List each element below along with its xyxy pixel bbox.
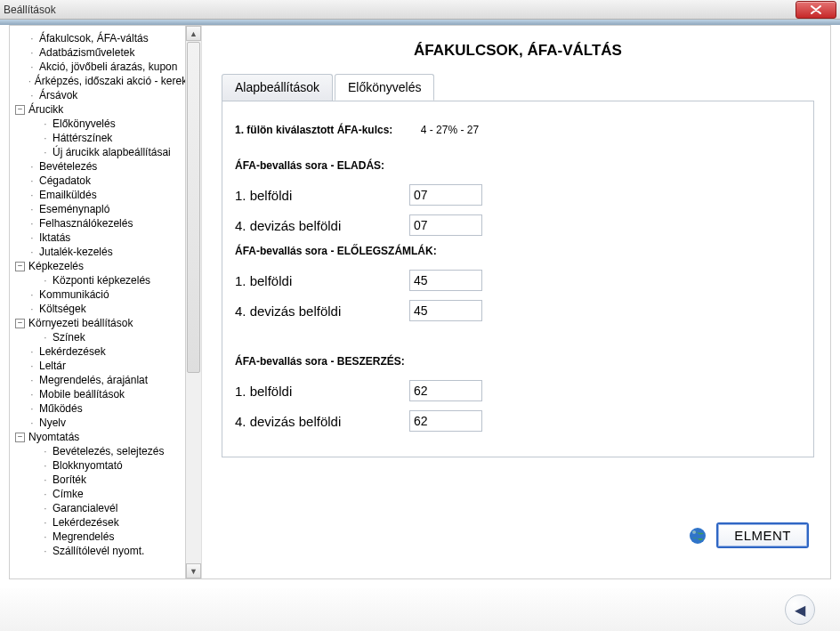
collapse-icon[interactable]: −	[15, 433, 25, 442]
tree-item[interactable]: −Képkezelés	[15, 259, 185, 273]
tree-bullet-icon: ·	[28, 176, 36, 186]
tree-item[interactable]: ·Előkönyvelés	[15, 117, 185, 131]
tree-item[interactable]: ·Bevételezés	[15, 159, 185, 174]
tree-item[interactable]: −Árucikk	[15, 102, 185, 117]
eloleg-devizas-label: 4. devizás belföldi	[235, 303, 409, 319]
tree-bullet-icon: ·	[28, 190, 36, 200]
tree-item[interactable]: −Nyomtatás	[15, 430, 185, 444]
eladas-row-belfoldi: 1. belföldi	[235, 184, 794, 206]
eladas-belfoldi-input[interactable]	[409, 184, 482, 206]
tree-item-label: Iktatás	[39, 231, 70, 244]
collapse-icon[interactable]: −	[15, 319, 25, 328]
tree-item[interactable]: ·Központi képkezelés	[15, 273, 185, 287]
eladas-row-devizas: 4. devizás belföldi	[235, 214, 794, 236]
tree-bullet-icon: ·	[28, 418, 36, 428]
tree-item[interactable]: ·Megrendelés, árajánlat	[15, 373, 185, 387]
tree-item[interactable]: ·Emailküldés	[15, 188, 185, 202]
tree-item[interactable]: ·Adatbázisműveletek	[15, 45, 185, 60]
tree-item[interactable]: ·Lekérdezések	[15, 344, 185, 359]
tree-item-label: Garancialevél	[52, 502, 117, 514]
settings-tree[interactable]: ·Áfakulcsok, ÁFA-váltás·Adatbázisművelet…	[15, 31, 185, 573]
tree-item-label: Akció, jövőbeli árazás, kupon	[39, 61, 177, 73]
tree-item[interactable]: ·Ársávok	[15, 88, 185, 102]
tree-item[interactable]: ·Iktatás	[15, 231, 185, 245]
tree-bullet-icon: ·	[28, 361, 36, 371]
tree-bullet-icon: ·	[42, 333, 49, 343]
tree-item[interactable]: ·Megrendelés	[15, 530, 185, 544]
tree-item-label: Működés	[39, 402, 83, 415]
tree-bullet-icon: ·	[28, 48, 36, 58]
tree-bullet-icon: ·	[28, 34, 36, 44]
beszerzes-devizas-input[interactable]	[409, 410, 482, 432]
tree-item-label: Központi képkezelés	[52, 274, 150, 287]
tree-bullet-icon: ·	[42, 119, 49, 129]
tree-item[interactable]: ·Kommunikáció	[15, 287, 185, 302]
tree-bullet-icon: ·	[28, 404, 36, 414]
tree-item[interactable]: ·Leltár	[15, 359, 185, 373]
eloleg-belfoldi-label: 1. belföldi	[235, 273, 409, 288]
tree-item[interactable]: ·Eseménynapló	[15, 202, 185, 216]
tree-bullet-icon: ·	[28, 247, 36, 257]
tab-basic[interactable]: Alapbeállítások	[222, 74, 333, 101]
page-title: ÁFAKULCSOK, ÁFA-VÁLTÁS	[222, 42, 814, 60]
tree-item[interactable]: ·Költségek	[15, 302, 185, 316]
tree-item[interactable]: ·Működés	[15, 401, 185, 416]
tree-item-label: Szállítólevél nyomt.	[52, 545, 144, 557]
eloleg-devizas-input[interactable]	[409, 300, 482, 321]
tree-item[interactable]: ·Címke	[15, 487, 185, 501]
eladas-devizas-input[interactable]	[409, 214, 482, 236]
tree-bullet-icon: ·	[28, 390, 36, 400]
tree-bullet-icon: ·	[28, 62, 36, 72]
tree-item[interactable]: ·Szállítólevél nyomt.	[15, 544, 185, 558]
tree-item[interactable]: ·Új árucikk alapbeállításai	[15, 145, 185, 159]
tree-item[interactable]: ·Garancialevél	[15, 501, 185, 515]
window-title: Beállítások	[4, 4, 56, 16]
tree-item[interactable]: ·Áfakulcsok, ÁFA-váltás	[15, 31, 185, 45]
section-eloleg-title: ÁFA-bevallás sora - ELŐLEGSZÁMLÁK:	[235, 245, 794, 257]
tree-item-label: Megrendelés	[52, 530, 114, 543]
tree-item-label: Bevételezés, selejtezés	[52, 445, 164, 457]
scroll-down-button[interactable]: ▼	[186, 563, 201, 578]
tree-item[interactable]: ·Bevételezés, selejtezés	[15, 444, 185, 458]
scroll-thumb[interactable]	[187, 42, 200, 373]
tree-item[interactable]: ·Színek	[15, 330, 185, 344]
tree-item-label: Háttérszínek	[52, 132, 112, 144]
tree-item[interactable]: ·Jutalék-kezelés	[15, 245, 185, 259]
beszerzes-belfoldi-label: 1. belföldi	[235, 384, 409, 399]
tree-item[interactable]: ·Blokknyomtató	[15, 458, 185, 473]
save-button[interactable]: ELMENT	[716, 522, 809, 548]
tree-item-label: Eseménynapló	[39, 203, 109, 215]
tree-item[interactable]: ·Nyelv	[15, 416, 185, 430]
tree-item[interactable]: ·Háttérszínek	[15, 131, 185, 145]
scroll-up-button[interactable]: ▲	[186, 26, 201, 41]
close-button[interactable]	[796, 1, 836, 19]
tab-preaccounting[interactable]: Előkönyvelés	[335, 74, 435, 101]
tree-bullet-icon: ·	[42, 133, 49, 143]
tree-scrollbar[interactable]: ▲ ▼	[185, 26, 201, 578]
section-eladas-title: ÁFA-bevallás sora - ELADÁS:	[235, 159, 794, 172]
tree-item-label: Lekérdezések	[39, 345, 106, 358]
tree-item[interactable]: ·Boríték	[15, 473, 185, 487]
beszerzes-devizas-label: 4. devizás belföldi	[235, 414, 409, 429]
tree-item[interactable]: ·Akció, jövőbeli árazás, kupon	[15, 60, 185, 74]
tree-item-label: Nyelv	[39, 417, 66, 429]
beszerzes-belfoldi-input[interactable]	[409, 380, 482, 401]
tree-item-label: Árucikk	[28, 103, 63, 116]
collapse-icon[interactable]: −	[15, 105, 25, 115]
tree-item[interactable]: −Környezeti beállítások	[15, 316, 185, 330]
tree-bullet-icon: ·	[28, 162, 36, 172]
tree-item[interactable]: ·Árképzés, időszaki akció - kerekítés	[15, 74, 185, 88]
tree-item[interactable]: ·Lekérdezések	[15, 515, 185, 530]
eloleg-belfoldi-input[interactable]	[409, 270, 482, 291]
collapse-icon[interactable]: −	[15, 262, 25, 271]
save-area: ELMENT	[688, 522, 809, 548]
tree-bullet-icon: ·	[28, 219, 36, 229]
tree-bullet-icon: ·	[28, 91, 36, 101]
tree-item[interactable]: ·Felhasználókezelés	[15, 216, 185, 231]
nav-back-button[interactable]: ◀	[785, 595, 815, 625]
tree-item-label: Jutalék-kezelés	[39, 246, 113, 258]
svg-point-0	[690, 528, 706, 544]
titlebar: Beállítások	[0, 0, 840, 20]
tree-item[interactable]: ·Cégadatok	[15, 174, 185, 188]
tree-item[interactable]: ·Mobile beállítások	[15, 387, 185, 401]
